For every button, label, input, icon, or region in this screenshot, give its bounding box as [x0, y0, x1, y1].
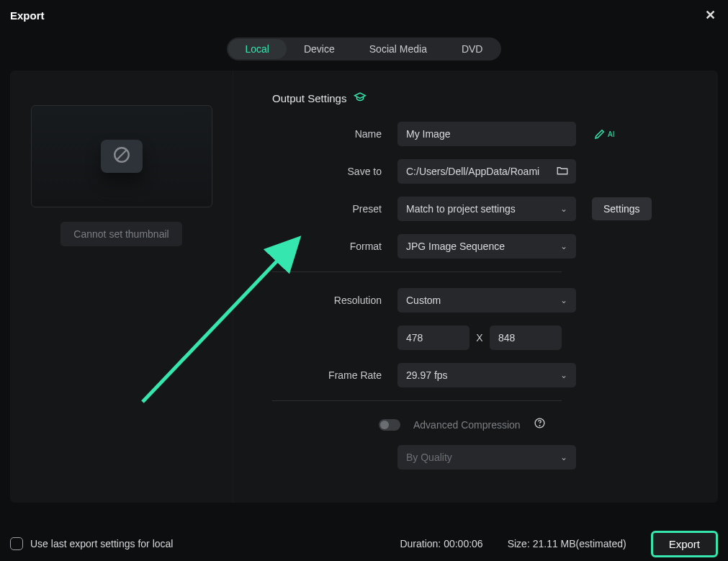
preset-settings-button[interactable]: Settings [592, 197, 652, 220]
format-label: Format [272, 241, 397, 252]
tab-bar: Local Device Social Media DVD [0, 37, 728, 60]
svg-line-1 [117, 151, 126, 160]
duration-display: Duration: 00:00:06 [400, 538, 482, 549]
resolution-x-label: X [469, 332, 490, 344]
size-display: Size: 21.11 MB(estimated) [508, 538, 626, 549]
framerate-value: 29.97 fps [406, 369, 448, 381]
window-title: Export [10, 9, 45, 22]
resolution-value: Custom [406, 295, 441, 306]
thumbnail-preview [31, 105, 212, 207]
format-value: JPG Image Sequence [406, 241, 505, 252]
close-icon[interactable]: ✕ [702, 7, 718, 23]
saveto-label: Save to [272, 166, 397, 177]
quality-select: By Quality ⌄ [397, 445, 576, 470]
resolution-select[interactable]: Custom ⌄ [397, 288, 576, 313]
height-input[interactable] [490, 326, 562, 350]
tab-local[interactable]: Local [228, 39, 287, 59]
folder-icon[interactable] [556, 164, 569, 179]
tab-device[interactable]: Device [287, 39, 352, 59]
name-label: Name [272, 128, 397, 140]
chevron-down-icon: ⌄ [560, 295, 567, 305]
set-thumbnail-button: Cannot set thumbnail [60, 222, 181, 246]
chevron-down-icon: ⌄ [560, 204, 567, 214]
ai-label: AI [608, 130, 614, 138]
width-input[interactable] [397, 326, 469, 350]
help-icon[interactable] [534, 417, 546, 432]
framerate-select[interactable]: 29.97 fps ⌄ [397, 363, 576, 387]
name-input[interactable] [397, 122, 576, 146]
tab-social-media[interactable]: Social Media [352, 39, 444, 59]
use-last-settings-label: Use last export settings for local [30, 538, 173, 549]
preset-value: Match to project settings [406, 203, 516, 215]
education-icon[interactable] [354, 91, 367, 106]
preset-label: Preset [272, 203, 397, 215]
output-settings-heading: Output Settings [272, 92, 346, 104]
advanced-compression-label: Advanced Compression [413, 419, 521, 431]
saveto-field[interactable]: C:/Users/Dell/AppData/Roami [397, 159, 576, 184]
divider [272, 271, 562, 272]
divider [272, 400, 562, 401]
framerate-label: Frame Rate [272, 369, 397, 381]
quality-value: By Quality [406, 452, 452, 463]
chevron-down-icon: ⌄ [560, 241, 567, 251]
svg-point-3 [539, 426, 540, 426]
no-thumbnail-icon [112, 145, 131, 167]
use-last-settings-checkbox[interactable] [10, 537, 23, 550]
chevron-down-icon: ⌄ [560, 370, 567, 380]
tab-dvd[interactable]: DVD [444, 39, 500, 59]
saveto-value: C:/Users/Dell/AppData/Roami [406, 166, 539, 177]
preset-select[interactable]: Match to project settings ⌄ [397, 197, 576, 221]
export-button[interactable]: Export [651, 531, 718, 557]
format-select[interactable]: JPG Image Sequence ⌄ [397, 234, 576, 259]
advanced-compression-toggle[interactable] [379, 419, 400, 431]
ai-rename-button[interactable]: AI [593, 127, 614, 140]
resolution-label: Resolution [272, 295, 397, 306]
chevron-down-icon: ⌄ [560, 452, 567, 462]
